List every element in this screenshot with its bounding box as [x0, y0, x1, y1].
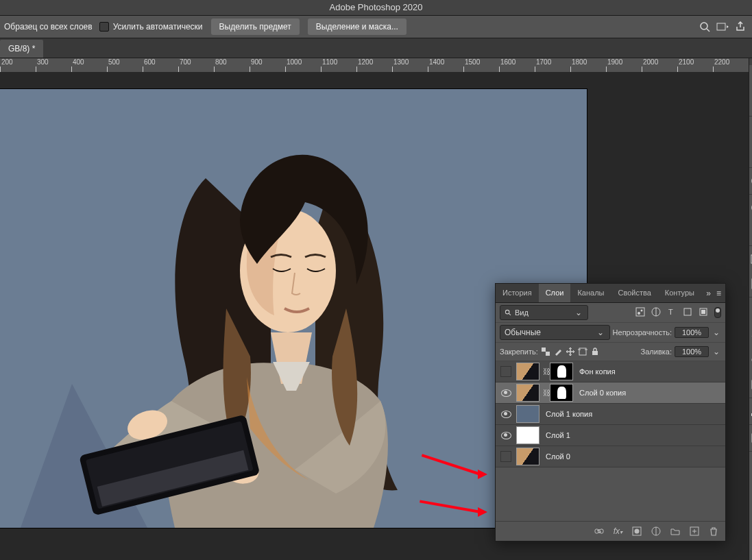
filter-adjust-icon[interactable]	[651, 307, 661, 317]
panel-tabs: ИсторияСлоиКаналыСвойстваКонтуры » ≡	[496, 284, 725, 303]
panel-tab[interactable]: Слои	[539, 284, 571, 302]
layer-name[interactable]: Слой 0 копия	[579, 389, 626, 397]
fill-value[interactable]: 100%	[675, 346, 709, 357]
swatches-icon[interactable]	[749, 225, 752, 240]
layer-row[interactable]: Слой 1 копия	[496, 404, 725, 425]
layer-row[interactable]: Слой 0	[496, 446, 725, 467]
ruler-tick: 1600	[499, 58, 535, 72]
layer-thumbnail[interactable]	[516, 448, 539, 465]
blend-mode-dropdown[interactable]: Обычные ⌄	[500, 325, 610, 340]
opacity-label: Непрозрачность:	[613, 328, 672, 337]
paths-icon[interactable]	[749, 404, 752, 419]
ruler-tick: 900	[250, 58, 285, 72]
ruler-tick: 500	[107, 58, 143, 72]
ruler-tick: 400	[71, 58, 107, 72]
layer-row[interactable]: ⛓Фон копия	[496, 361, 725, 382]
clone-source-icon[interactable]	[749, 95, 752, 110]
ruler-tick: 2000	[642, 58, 677, 72]
new-adjustment-icon[interactable]	[651, 526, 661, 536]
channels-icon[interactable]	[749, 352, 752, 367]
document-tab[interactable]: GB/8) *	[0, 40, 43, 58]
enhance-checkbox[interactable]	[99, 22, 109, 32]
lock-image-icon[interactable]	[553, 347, 563, 356]
layer-name[interactable]: Фон копия	[579, 367, 616, 376]
layer-thumbnail[interactable]	[516, 363, 539, 380]
layer-row[interactable]: ⛓Слой 0 копия	[496, 382, 725, 404]
new-layer-icon[interactable]	[690, 526, 699, 536]
panel-tab[interactable]: Свойства	[611, 284, 657, 302]
mask-link-icon[interactable]: ⛓	[543, 389, 548, 397]
layer-mask-thumbnail[interactable]	[550, 384, 573, 402]
ruler-horizontal: 2003004005006007008009001000110012001300…	[0, 58, 749, 73]
svg-rect-40	[684, 308, 691, 315]
share-icon[interactable]	[731, 18, 749, 36]
new-group-icon[interactable]	[670, 526, 680, 536]
panel-menu-icon[interactable]: ≡	[716, 289, 721, 298]
ruler-tick: 1500	[463, 58, 499, 72]
svg-line-34	[509, 313, 511, 315]
ruler-tick: 1300	[392, 58, 428, 72]
filter-toggle[interactable]	[714, 307, 721, 318]
eye-off-icon	[500, 451, 511, 462]
select-and-mask-button[interactable]: Выделение и маска...	[308, 19, 407, 35]
layer-row[interactable]: Слой 1	[496, 425, 725, 446]
visibility-toggle[interactable]	[496, 366, 516, 377]
search-icon[interactable]	[696, 18, 714, 36]
filter-pixel-icon[interactable]	[635, 307, 645, 317]
collapse-panel-icon[interactable]: »	[706, 289, 711, 298]
add-mask-icon[interactable]	[632, 526, 642, 536]
svg-rect-44	[546, 352, 550, 356]
layers-list: ⛓Фон копия⛓Слой 0 копияСлой 1 копияСлой …	[496, 361, 725, 467]
layer-thumbnail[interactable]	[516, 426, 539, 444]
select-subject-button[interactable]: Выделить предмет	[211, 19, 300, 35]
color-icon[interactable]	[749, 173, 752, 188]
frame-icon[interactable]	[714, 18, 731, 36]
panel-tab[interactable]: История	[496, 284, 539, 302]
lock-position-icon[interactable]	[566, 347, 575, 356]
layer-filter-dropdown[interactable]: Вид ⌄	[500, 305, 588, 320]
lock-all-icon[interactable]	[590, 347, 600, 356]
link-layers-icon[interactable]	[594, 526, 604, 536]
lock-transparency-icon[interactable]	[541, 347, 550, 356]
delete-layer-icon[interactable]	[709, 526, 718, 536]
character-icon[interactable]: A	[749, 122, 752, 137]
brush-icon[interactable]	[749, 71, 752, 86]
layer-name[interactable]: Слой 1	[546, 431, 570, 439]
lock-row: Закрепить: Заливка: 100% ⌄	[496, 343, 725, 361]
layer-thumbnail[interactable]	[516, 384, 539, 402]
filter-type-icon[interactable]: T	[667, 307, 677, 317]
fx-icon[interactable]: fx▾	[614, 526, 622, 536]
opacity-value[interactable]: 100%	[675, 327, 709, 338]
visibility-toggle[interactable]	[496, 389, 516, 397]
properties-icon[interactable]	[749, 303, 752, 318]
gradients-icon[interactable]	[749, 252, 752, 267]
panel-tab[interactable]: Каналы	[570, 284, 611, 302]
svg-text:T: T	[668, 308, 673, 316]
actions-icon[interactable]	[749, 377, 752, 392]
filter-smart-icon[interactable]	[699, 307, 708, 317]
visibility-toggle[interactable]	[496, 411, 516, 418]
layer-thumbnail[interactable]	[516, 405, 539, 423]
panel-tab[interactable]: Контуры	[658, 284, 701, 302]
layer-name[interactable]: Слой 1 копия	[546, 410, 592, 418]
paragraph-icon[interactable]	[749, 147, 752, 162]
blend-row: Обычные ⌄ Непрозрачность: 100% ⌄	[496, 323, 725, 343]
eye-icon	[501, 411, 511, 418]
chevron-down-icon[interactable]: ⌄	[712, 347, 721, 356]
svg-rect-42	[701, 310, 705, 314]
right-panel-rail: « A	[749, 58, 752, 560]
patterns-icon[interactable]	[749, 276, 752, 291]
visibility-toggle[interactable]	[496, 451, 516, 462]
app-title: Adobe Photoshop 2020	[330, 2, 423, 12]
collapse-handle[interactable]: «	[749, 58, 752, 65]
mask-link-icon[interactable]: ⛓	[543, 367, 548, 376]
libraries-icon[interactable]	[749, 430, 752, 446]
adjustments-icon[interactable]	[749, 200, 752, 215]
visibility-toggle[interactable]	[496, 432, 516, 439]
lock-artboard-icon[interactable]	[578, 347, 587, 356]
layers-icon[interactable]	[749, 328, 752, 343]
filter-shape-icon[interactable]	[683, 307, 692, 317]
chevron-down-icon[interactable]: ⌄	[712, 328, 721, 337]
layer-mask-thumbnail[interactable]	[550, 363, 573, 380]
layer-name[interactable]: Слой 0	[546, 452, 570, 461]
